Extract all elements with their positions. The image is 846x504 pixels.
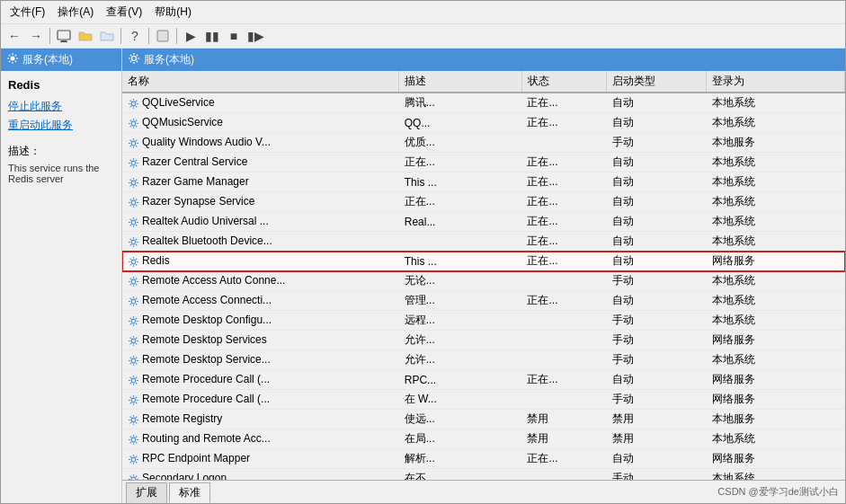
table-row[interactable]: Remote Access Connecti...管理...正在...自动本地系… <box>122 291 845 311</box>
service-desc-cell: 管理... <box>399 291 522 311</box>
service-login-cell: 本地服务 <box>707 133 845 153</box>
help-button[interactable]: ? <box>125 26 145 46</box>
table-row[interactable]: Routing and Remote Acc...在局...禁用禁用本地系统 <box>122 429 845 449</box>
pause-button[interactable]: ▮▮ <box>202 26 222 46</box>
forward-button[interactable]: → <box>26 26 46 46</box>
service-status-cell: 正在... <box>521 291 606 311</box>
table-row[interactable]: QQMusicServiceQQ...正在...自动本地系统 <box>122 113 845 133</box>
back-button[interactable]: ← <box>4 26 24 46</box>
main-content: 服务(本地) Redis 停止此服务 重启动此服务 描述： This servi… <box>1 49 845 503</box>
service-login-cell: 本地服务 <box>707 410 845 429</box>
right-panel: 服务(本地) 名称 描述 状态 启动类型 登录为 <box>122 49 845 503</box>
svg-point-19 <box>131 358 136 363</box>
service-status-cell: 正在... <box>521 232 606 252</box>
table-row[interactable]: Realtek Bluetooth Device...正在...自动本地系统 <box>122 232 845 252</box>
toolbar: ← → ? ▶ ▮▮ ■ ▮▶ <box>1 24 845 49</box>
svg-point-22 <box>131 418 136 422</box>
table-row[interactable]: Remote Desktop Service...允许...手动本地系统 <box>122 350 845 370</box>
svg-point-10 <box>131 181 136 185</box>
svg-point-21 <box>131 398 136 402</box>
service-status-cell <box>521 331 606 350</box>
service-name-cell: Remote Procedure Call (... <box>122 370 399 390</box>
col-header-name[interactable]: 名称 <box>122 71 399 93</box>
menu-view[interactable]: 查看(V) <box>101 3 147 22</box>
table-row[interactable]: Remote Registry使远...禁用禁用本地服务 <box>122 410 845 429</box>
svg-point-20 <box>131 378 136 383</box>
toolbar-sep-3 <box>148 28 149 44</box>
table-row[interactable]: Remote Procedure Call (...RPC...正在...自动网… <box>122 370 845 390</box>
svg-point-6 <box>131 102 136 106</box>
svg-point-16 <box>131 299 136 304</box>
service-status-cell: 正在... <box>521 370 606 390</box>
folder3-button[interactable] <box>153 26 173 46</box>
service-status-cell: 正在... <box>521 153 606 172</box>
service-startup-cell: 自动 <box>607 192 707 212</box>
restart-button[interactable]: ▮▶ <box>245 26 265 46</box>
restart-service-link[interactable]: 重启动此服务 <box>8 118 114 133</box>
stop-button[interactable]: ■ <box>224 26 244 46</box>
menu-bar: 文件(F) 操作(A) 查看(V) 帮助(H) <box>1 1 845 24</box>
service-desc-cell <box>399 232 522 252</box>
stop-service-link[interactable]: 停止此服务 <box>8 99 114 114</box>
service-desc-cell: This ... <box>399 172 522 192</box>
table-row[interactable]: QQLiveService腾讯...正在...自动本地系统 <box>122 93 845 113</box>
desc-label: 描述： <box>8 144 114 159</box>
gear-icon-right <box>128 52 140 67</box>
service-desc-cell: Real... <box>399 212 522 232</box>
menu-action[interactable]: 操作(A) <box>52 3 99 22</box>
service-status-cell <box>521 271 606 291</box>
folder-button[interactable] <box>76 26 95 46</box>
service-status-cell: 禁用 <box>521 410 606 429</box>
svg-point-18 <box>131 339 136 343</box>
col-header-desc[interactable]: 描述 <box>399 71 522 93</box>
service-desc-cell: 优质... <box>399 133 522 153</box>
service-status-cell: 正在... <box>521 252 606 271</box>
services-table-container[interactable]: 名称 描述 状态 启动类型 登录为 QQLiveService腾讯...正在..… <box>122 71 845 480</box>
svg-point-8 <box>131 141 136 146</box>
col-header-login[interactable]: 登录为 <box>707 71 845 93</box>
menu-help[interactable]: 帮助(H) <box>149 3 197 22</box>
service-login-cell: 本地系统 <box>707 429 845 449</box>
service-startup-cell: 自动 <box>607 113 707 133</box>
tab-expand[interactable]: 扩展 <box>126 482 167 503</box>
table-row[interactable]: Realtek Audio Universal ...Real...正在...自… <box>122 212 845 232</box>
table-row[interactable]: Razer Synapse Service正在...正在...自动本地系统 <box>122 192 845 212</box>
service-desc-cell: 腾讯... <box>399 93 522 113</box>
table-row[interactable]: Remote Access Auto Conne...无论...手动本地系统 <box>122 271 845 291</box>
table-row[interactable]: Razer Game ManagerThis ...正在...自动本地系统 <box>122 172 845 192</box>
table-row[interactable]: RPC Endpoint Mapper解析...正在...自动网络服务 <box>122 449 845 469</box>
col-header-status[interactable]: 状态 <box>521 71 606 93</box>
service-status-cell: 正在... <box>521 212 606 232</box>
play-button[interactable]: ▶ <box>181 26 200 46</box>
col-header-startup[interactable]: 启动类型 <box>607 71 707 93</box>
left-panel-body: Redis 停止此服务 重启动此服务 描述： This service runs… <box>1 71 121 503</box>
service-login-cell: 本地系统 <box>707 232 845 252</box>
table-row[interactable]: Quality Windows Audio V...优质...手动本地服务 <box>122 133 845 153</box>
folder2-button[interactable] <box>97 26 117 46</box>
menu-file[interactable]: 文件(F) <box>4 3 50 22</box>
service-desc-cell: 在不... <box>399 469 522 481</box>
services-tbody: QQLiveService腾讯...正在...自动本地系统 QQMusicSer… <box>122 93 845 480</box>
service-login-cell: 网络服务 <box>707 449 845 469</box>
service-status-cell: 正在... <box>521 172 606 192</box>
service-name-cell: Remote Desktop Service... <box>122 350 399 370</box>
table-row[interactable]: Razer Central Service正在...正在...自动本地系统 <box>122 153 845 172</box>
service-status-cell <box>521 311 606 331</box>
computer-button[interactable] <box>54 26 74 46</box>
svg-point-24 <box>131 457 136 462</box>
svg-point-4 <box>11 57 15 61</box>
service-status-cell: 正在... <box>521 192 606 212</box>
service-name-cell: QQLiveService <box>122 93 399 113</box>
service-startup-cell: 手动 <box>607 311 707 331</box>
service-login-cell: 本地系统 <box>707 192 845 212</box>
service-startup-cell: 自动 <box>607 449 707 469</box>
table-row[interactable]: Remote Desktop Configu...远程...手动本地系统 <box>122 311 845 331</box>
table-row[interactable]: Remote Desktop Services允许...手动网络服务 <box>122 331 845 350</box>
service-login-cell: 网络服务 <box>707 331 845 350</box>
table-row[interactable]: Remote Procedure Call (...在 W...手动网络服务 <box>122 390 845 410</box>
tab-standard[interactable]: 标准 <box>169 482 210 503</box>
table-row[interactable]: RedisThis ...正在...自动网络服务 <box>122 252 845 271</box>
service-login-cell: 本地系统 <box>707 93 845 113</box>
table-row[interactable]: Secondary Logon在不...手动本地系统 <box>122 469 845 481</box>
svg-point-23 <box>131 438 136 442</box>
